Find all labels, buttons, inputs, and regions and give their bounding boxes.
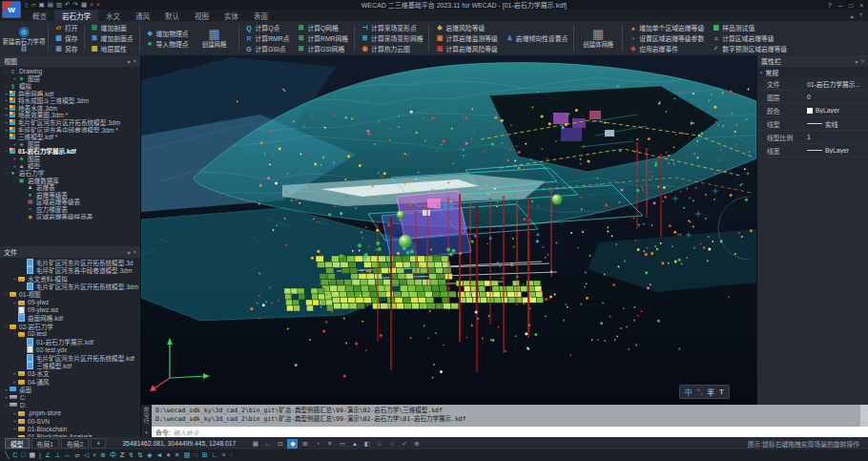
close-icon[interactable]: × xyxy=(133,58,136,65)
expander-icon[interactable]: + xyxy=(3,387,10,392)
snap-center-icon[interactable]: ⊕ xyxy=(100,450,106,461)
tree-item[interactable]: 01-岩石力学展示.kdf xyxy=(0,338,140,346)
lineweight-toggle[interactable]: ≡ xyxy=(324,439,335,449)
save-file-button[interactable]: ▣ xyxy=(39,0,45,10)
expander-icon[interactable]: + xyxy=(3,105,10,111)
expander-icon[interactable]: - xyxy=(3,148,10,154)
tree-item[interactable]: -01-岩石力学展示.kdf xyxy=(0,148,140,156)
expander-icon[interactable]: - xyxy=(3,291,10,297)
ribbon-button[interactable]: ▣保存 xyxy=(51,33,82,43)
track-toggle[interactable]: ◔ xyxy=(312,439,322,449)
expander-icon[interactable]: + xyxy=(11,276,18,282)
measure-icon[interactable]: ≡ xyxy=(222,450,226,461)
units-toggle[interactable]: ○ xyxy=(386,439,397,449)
osnap-toggle[interactable]: ◆ xyxy=(287,439,298,449)
ribbon-button[interactable]: ⊟增加剖面 xyxy=(87,23,137,32)
tab-表面[interactable]: 表面 xyxy=(246,10,276,21)
workspace-toggle[interactable]: ⌂ xyxy=(374,439,384,449)
expander-icon[interactable]: - xyxy=(11,178,18,183)
close-x-icon[interactable]: ✕ xyxy=(175,450,180,461)
ribbon-button[interactable]: ≈计算区域岩爆等级 xyxy=(708,33,791,43)
property-row[interactable]: 图层0 xyxy=(757,91,868,104)
ribbon-big-button[interactable]: ▦创建网格 xyxy=(193,22,237,54)
tree-item[interactable]: 02-test.ydx xyxy=(0,346,140,353)
expander-icon[interactable]: + xyxy=(3,112,10,117)
tree-item[interactable]: +▲模型 xyxy=(0,162,140,170)
tree-item[interactable]: +◈图层 xyxy=(0,140,140,148)
ribbon-button[interactable]: R计算RMR点 xyxy=(241,33,294,43)
app-logo-icon[interactable]: W xyxy=(2,1,21,18)
tree-item[interactable]: ▲岩爆表 xyxy=(0,184,140,192)
ribbon-button[interactable]: ▤地层属性 xyxy=(87,44,137,53)
shade-style-button[interactable]: T xyxy=(719,388,724,396)
isolate-toggle[interactable]: ✓ xyxy=(399,439,409,449)
ribbon-button[interactable]: ◆增加物理点 xyxy=(142,29,193,38)
tab-视图[interactable]: 视图 xyxy=(187,10,217,21)
expander-icon[interactable]: + xyxy=(11,370,18,376)
tree-item[interactable]: 毛片矿区河东片区开拓系统模型.3d xyxy=(0,259,140,266)
ribbon-button[interactable]: ◉计算热力云图 xyxy=(357,44,426,53)
tree-item[interactable]: 毛片矿区河东片区开拓系统模型.kdf xyxy=(0,354,140,362)
divider-icon[interactable]: | xyxy=(39,450,41,461)
ortho-toggle-icon[interactable]: ∟ xyxy=(212,450,218,461)
properties-controls[interactable]: ▾× xyxy=(855,58,864,65)
command-history[interactable]: ˄˅ D:\wecad_sdk_ky\3d_cad_2\bin_git\矿冶-典… xyxy=(152,405,868,427)
half-display-button[interactable]: 半 xyxy=(707,387,714,397)
expander-icon[interactable]: + xyxy=(3,127,10,133)
ribbon-big-button[interactable]: ◉新建岩石力学项目 xyxy=(2,22,46,54)
angle-icon[interactable]: ∠ xyxy=(45,450,51,461)
expander-icon[interactable]: + xyxy=(3,91,10,96)
ribbon-button[interactable]: ▣计算岩爆监测等级 xyxy=(431,33,501,43)
close-icon[interactable]: × xyxy=(144,430,150,435)
layout-tab-模型[interactable]: 模型 xyxy=(5,438,30,449)
expander-icon[interactable]: - xyxy=(3,324,10,329)
ribbon-button[interactable]: ⊞增加剖面点 xyxy=(87,33,137,43)
hatch-icon[interactable]: ▨ xyxy=(184,450,191,461)
ortho-toggle[interactable]: ∟ xyxy=(262,439,273,449)
layout-tab-布局1[interactable]: 布局1 xyxy=(31,438,59,449)
tree-item[interactable]: -D: xyxy=(0,401,140,409)
ribbon-button[interactable]: ●增加单个区域岩爆等级 xyxy=(625,23,708,32)
clean-icon[interactable]: ◌ xyxy=(230,450,234,461)
window-button[interactable]: ▦ xyxy=(81,0,87,10)
polyline-icon[interactable]: ╲ xyxy=(5,450,9,461)
ribbon-button[interactable]: ◆岩爆风险等级 xyxy=(431,23,501,32)
ribbon-button[interactable]: ⊞计算采场变形网格 xyxy=(357,33,426,43)
tab-实体[interactable]: 实体 xyxy=(217,10,246,21)
tab-水文[interactable]: 水文 xyxy=(98,10,128,21)
plane-icon[interactable]: ▱ xyxy=(74,450,79,461)
tree-item[interactable]: +地表水体.3dm xyxy=(0,104,140,112)
fullscreen-toggle[interactable]: ⊕ xyxy=(411,439,422,449)
expander-icon[interactable]: + xyxy=(11,418,18,424)
ribbon-button[interactable]: ▱打开 xyxy=(51,23,82,32)
command-panel-tab[interactable]: 命令行 × xyxy=(141,405,152,437)
pin-icon[interactable]: ▾ xyxy=(127,58,130,65)
ribbon-button[interactable]: ✓数字预测区域岩爆等级 xyxy=(708,44,791,53)
mail-button[interactable]: ▤ xyxy=(48,0,53,10)
expander-icon[interactable]: - xyxy=(3,69,10,74)
expander-icon[interactable]: + xyxy=(11,300,18,305)
rect-icon[interactable]: □ xyxy=(21,450,25,461)
tree-item[interactable]: +曲面网格.kdf xyxy=(0,90,140,97)
window-button-3[interactable]: × xyxy=(859,2,863,9)
tree-item[interactable]: -≡Drawing xyxy=(0,68,140,75)
back-icon[interactable]: ◄ xyxy=(156,450,163,461)
tree-item[interactable]: +04-通风 xyxy=(0,377,140,385)
close-icon[interactable]: × xyxy=(133,249,136,256)
expander-icon[interactable]: + xyxy=(11,156,18,161)
file-panel-controls[interactable]: ▾× xyxy=(127,249,136,256)
tree-item[interactable]: -02-test xyxy=(0,330,140,338)
tab-岩石力学[interactable]: 岩石力学 xyxy=(54,10,98,21)
tree-item[interactable]: -§模拟 xyxy=(0,82,140,90)
mesh-icon[interactable]: ▦ xyxy=(30,450,36,461)
delete-icon[interactable]: × xyxy=(93,450,96,461)
expander-icon[interactable]: + xyxy=(3,97,10,103)
print-button[interactable]: ▥ xyxy=(56,0,62,10)
grid-toggle[interactable]: ▦ xyxy=(250,439,260,449)
3d-scene[interactable] xyxy=(141,55,756,405)
redo-button[interactable]: ↷ xyxy=(73,0,78,10)
tree-item[interactable]: +地表效果图.3dm * xyxy=(0,112,140,119)
ribbon-button[interactable]: ▣另存 xyxy=(51,44,82,53)
ribbon-button[interactable]: ⊞计算GSI网格 xyxy=(293,44,352,53)
tree-item[interactable]: +◈图层 xyxy=(0,155,140,162)
